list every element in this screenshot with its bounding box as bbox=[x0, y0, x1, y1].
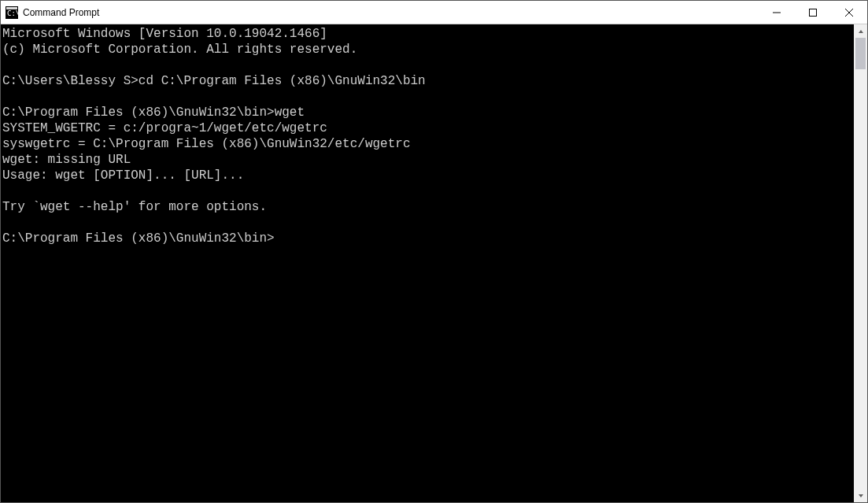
scrollbar-thumb[interactable] bbox=[855, 38, 866, 69]
scroll-up-button[interactable] bbox=[854, 24, 867, 38]
terminal-line: C:\Users\Blessy S>cd C:\Program Files (x… bbox=[2, 73, 854, 89]
terminal-line: Usage: wget [OPTION]... [URL]... bbox=[2, 168, 854, 183]
scrollbar-track[interactable] bbox=[854, 38, 867, 489]
svg-rect-4 bbox=[810, 9, 817, 16]
terminal-output[interactable]: Microsoft Windows [Version 10.0.19042.14… bbox=[1, 24, 854, 502]
terminal-line: syswgetrc = C:\Program Files (x86)\GnuWi… bbox=[2, 136, 854, 152]
window-title: Command Prompt bbox=[23, 7, 99, 18]
terminal-line: (c) Microsoft Corporation. All rights re… bbox=[2, 42, 854, 57]
terminal-line bbox=[2, 89, 854, 105]
maximize-button[interactable] bbox=[795, 1, 831, 24]
scroll-down-button[interactable] bbox=[854, 489, 867, 502]
terminal-line bbox=[2, 183, 854, 199]
titlebar[interactable]: C:\ Command Prompt bbox=[1, 1, 867, 24]
terminal-line: C:\Program Files (x86)\GnuWin32\bin>wget bbox=[2, 105, 854, 120]
window-controls bbox=[759, 1, 867, 24]
terminal-line: wget: missing URL bbox=[2, 152, 854, 168]
terminal-line bbox=[2, 215, 854, 231]
close-button[interactable] bbox=[831, 1, 867, 24]
svg-marker-8 bbox=[859, 494, 863, 497]
terminal-line bbox=[2, 57, 854, 73]
terminal-line: SYSTEM_WGETRC = c:/progra~1/wget/etc/wge… bbox=[2, 120, 854, 136]
terminal-area: Microsoft Windows [Version 10.0.19042.14… bbox=[1, 24, 867, 502]
command-prompt-window: C:\ Command Prompt Microsoft Windows [Ve… bbox=[0, 0, 868, 503]
vertical-scrollbar[interactable] bbox=[854, 24, 867, 502]
minimize-button[interactable] bbox=[759, 1, 795, 24]
svg-marker-7 bbox=[859, 30, 863, 33]
svg-text:C:\: C:\ bbox=[7, 9, 18, 17]
terminal-line: C:\Program Files (x86)\GnuWin32\bin> bbox=[2, 231, 854, 246]
terminal-line: Microsoft Windows [Version 10.0.19042.14… bbox=[2, 26, 854, 42]
cmd-icon: C:\ bbox=[6, 6, 18, 19]
terminal-line: Try `wget --help' for more options. bbox=[2, 199, 854, 215]
